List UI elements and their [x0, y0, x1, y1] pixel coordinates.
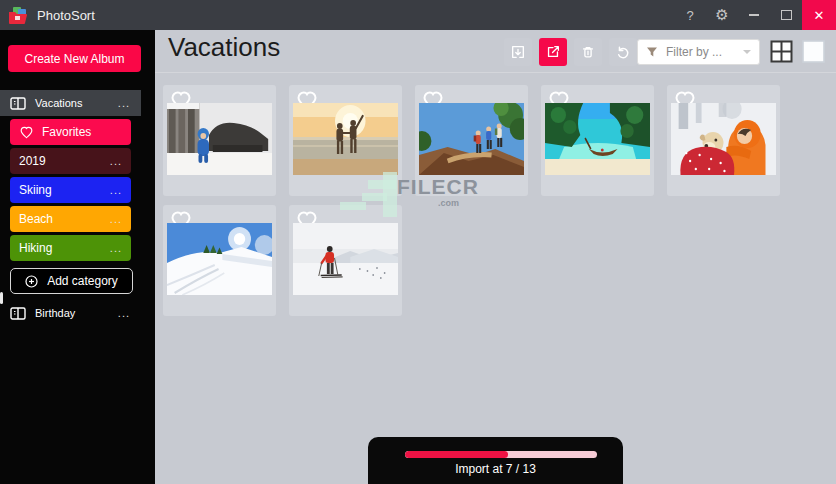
minimize-button[interactable] — [738, 0, 770, 30]
photosort-window: PhotoSort ? ⚙ ✕ Create New Album Vacatio… — [0, 0, 836, 484]
close-button[interactable]: ✕ — [802, 0, 836, 30]
photo-tile[interactable] — [667, 85, 780, 196]
export-icon — [545, 44, 561, 60]
progress-fill — [405, 451, 508, 458]
create-new-album-button[interactable]: Create New Album — [8, 45, 141, 72]
photo-tile[interactable] — [163, 205, 276, 316]
more-options-icon[interactable]: ... — [118, 99, 141, 107]
photo-tile[interactable] — [289, 85, 402, 196]
progress-label: Import at 7 / 13 — [368, 462, 623, 476]
category-label: Favorites — [42, 125, 91, 139]
sidebar-item-birthday[interactable]: Birthday ... — [0, 300, 141, 326]
sidebar-scrollbar[interactable] — [0, 292, 3, 304]
delete-button[interactable] — [574, 38, 602, 66]
photo-tile[interactable] — [415, 85, 528, 196]
more-options-icon[interactable]: ... — [110, 215, 122, 223]
category-label: Hiking — [19, 241, 52, 255]
page-title: Vacations — [168, 32, 280, 63]
album-icon — [10, 97, 26, 110]
toolbar — [504, 38, 637, 66]
main-area: Vacations Filter by ... — [155, 30, 836, 484]
heart-icon — [19, 125, 34, 139]
filter-value: Filter by ... — [666, 45, 722, 59]
sidebar: Create New Album Vacations ... Favorites… — [0, 30, 155, 484]
more-options-icon[interactable]: ... — [110, 157, 122, 165]
photo-thumbnail — [419, 103, 524, 175]
category-label: 2019 — [19, 154, 46, 168]
album-icon — [10, 307, 26, 320]
photo-thumbnail — [293, 223, 398, 295]
help-icon[interactable]: ? — [674, 0, 706, 30]
maximize-button[interactable] — [770, 0, 802, 30]
app-logo-icon — [8, 6, 28, 24]
photo-grid — [163, 85, 803, 316]
category-label: Beach — [19, 212, 53, 226]
photo-thumbnail — [293, 103, 398, 175]
single-view-button[interactable] — [802, 40, 825, 63]
category-item[interactable]: Hiking ... — [10, 235, 131, 261]
progress-track — [405, 451, 597, 458]
photo-thumbnail — [167, 103, 272, 175]
grid-view-button[interactable] — [770, 40, 793, 63]
album-label: Birthday — [35, 307, 75, 319]
undo-icon — [615, 44, 631, 60]
category-item[interactable]: 2019 ... — [10, 148, 131, 174]
export-button[interactable] — [539, 38, 567, 66]
photo-tile[interactable] — [289, 205, 402, 316]
more-options-icon[interactable]: ... — [118, 309, 141, 317]
titlebar: PhotoSort ? ⚙ ✕ — [0, 0, 836, 30]
app-title: PhotoSort — [37, 8, 95, 23]
settings-gear-icon[interactable]: ⚙ — [706, 0, 738, 30]
photo-tile[interactable] — [541, 85, 654, 196]
minimize-icon — [749, 14, 759, 16]
chevron-down-icon — [743, 50, 751, 54]
import-progress-panel: Import at 7 / 13 — [368, 437, 623, 484]
more-options-icon[interactable]: ... — [110, 244, 122, 252]
filter-dropdown[interactable]: Filter by ... — [637, 39, 760, 65]
import-button[interactable] — [504, 38, 532, 66]
album-label: Vacations — [35, 97, 83, 109]
add-category-label: Add category — [47, 274, 118, 288]
add-category-button[interactable]: Add category — [10, 268, 133, 294]
add-circle-icon — [25, 275, 38, 288]
photo-thumbnail — [167, 223, 272, 295]
category-item[interactable]: Skiing ... — [10, 177, 131, 203]
category-item[interactable]: Beach ... — [10, 206, 131, 232]
maximize-icon — [781, 10, 792, 20]
view-toggles — [770, 40, 825, 63]
trash-icon — [580, 44, 596, 60]
photo-thumbnail — [545, 103, 650, 175]
category-item[interactable]: Favorites — [10, 119, 131, 145]
filter-funnel-icon — [646, 46, 658, 58]
main-header: Vacations Filter by ... — [155, 30, 836, 73]
category-list: Favorites 2019 ... Skiing ... Beach ... … — [0, 119, 155, 261]
category-label: Skiing — [19, 183, 52, 197]
sidebar-item-vacations[interactable]: Vacations ... — [0, 90, 141, 116]
photo-tile[interactable] — [163, 85, 276, 196]
import-icon — [510, 44, 526, 60]
photo-thumbnail — [671, 103, 776, 175]
undo-button[interactable] — [609, 38, 637, 66]
more-options-icon[interactable]: ... — [110, 186, 122, 194]
